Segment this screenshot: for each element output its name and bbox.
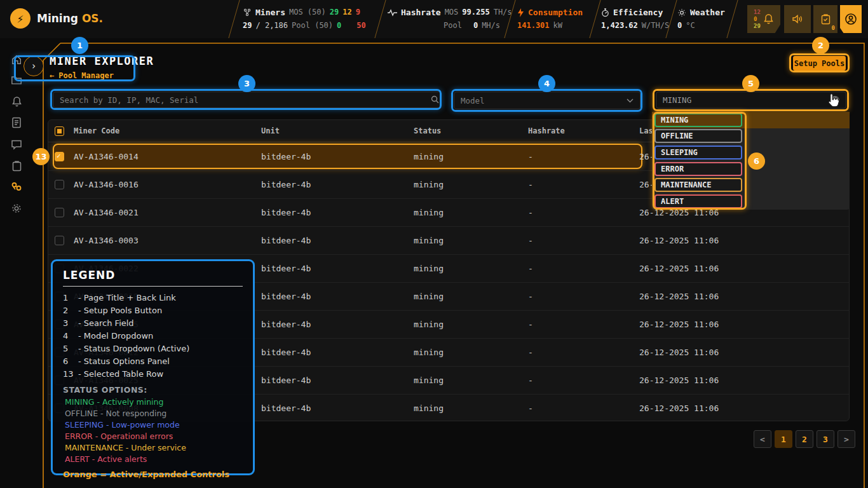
folder-icon: [11, 75, 22, 85]
miner-hashrate: -: [528, 292, 639, 301]
row-checkbox[interactable]: [55, 180, 64, 189]
miner-status: mining: [414, 376, 528, 385]
sidebar-item-files[interactable]: [10, 74, 23, 86]
tasks-button[interactable]: 0: [813, 5, 837, 33]
column-status[interactable]: Status: [414, 126, 528, 135]
miners-mos-orange: 12: [342, 6, 351, 19]
miners-stat: Miners MOS (50) 29 12 9 29 / 2,186 Pool …: [243, 6, 366, 32]
consumption-stat: Consumption 141.301 kW: [517, 6, 583, 32]
consumption-value: 141.301: [517, 19, 550, 32]
mining-os-app: ⚡ Mining OS. Miners MOS (50) 29 12 9 29: [0, 0, 868, 488]
status-chip-alert[interactable]: ALERT: [654, 194, 742, 208]
sidebar-item-notifications[interactable]: [10, 95, 23, 108]
table-row[interactable]: AV-A1346-0003 bitdeer-4b mining - 26-12-…: [48, 226, 849, 254]
status-option-maintenance[interactable]: MAINTENANCE: [652, 177, 850, 193]
notif-count-orange: 0: [754, 16, 761, 23]
sidebar-item-documents[interactable]: [10, 116, 23, 129]
status-chip-offline[interactable]: OFFLINE: [654, 129, 742, 143]
miner-code: AV-A1346-0021: [74, 208, 261, 217]
miners-count: 29: [243, 19, 252, 32]
legend-item: 4- Model Dropdown: [63, 330, 243, 342]
efficiency-stat: Efficiency 1,423.62 W/TH/S: [601, 6, 669, 32]
header-divider: [589, 0, 600, 38]
search-input[interactable]: [53, 92, 441, 108]
weather-value: 0: [677, 19, 682, 32]
setup-pools-button[interactable]: Setup Pools: [793, 56, 846, 71]
announcements-button[interactable]: [784, 5, 811, 33]
brand-logo-icon: ⚡: [10, 8, 31, 29]
page-button-3[interactable]: 3: [817, 430, 834, 448]
brand[interactable]: ⚡ Mining OS.: [10, 8, 103, 29]
weather-label: Weather: [690, 6, 725, 19]
page-button-1[interactable]: 1: [775, 430, 792, 448]
page-button-2[interactable]: 2: [796, 430, 813, 448]
row-checkbox-checked[interactable]: [55, 152, 64, 161]
model-dropdown[interactable]: Model: [454, 92, 641, 109]
sidebar-collapse-toggle[interactable]: ›: [24, 56, 44, 76]
miners-pool-green: 0: [337, 19, 341, 32]
miners-pool-red: 50: [356, 19, 365, 32]
column-miner-code[interactable]: Miner Code: [74, 126, 261, 135]
home-icon: [11, 54, 22, 65]
legend-status-error: ERROR - Operational errors: [63, 431, 243, 442]
miner-hashrate: -: [528, 348, 639, 357]
miners-mos-red: 9: [356, 6, 360, 19]
miner-status: mining: [414, 348, 528, 357]
miner-last-seen: 26-12-2025 11:06: [639, 403, 849, 413]
miner-hashrate: -: [528, 180, 639, 189]
sidebar-item-messages[interactable]: [10, 138, 23, 151]
status-option-alert[interactable]: ALERT: [652, 193, 850, 210]
legend-item: 2- Setup Pools Button: [63, 304, 243, 317]
tasks-badge: 0: [832, 25, 835, 31]
sidebar-item-settings[interactable]: [10, 202, 23, 215]
prev-page-button[interactable]: <: [754, 430, 771, 448]
status-dropdown-value: MINING: [663, 95, 691, 105]
consumption-icon: [517, 8, 524, 17]
row-checkbox[interactable]: [55, 208, 64, 217]
status-chip-error[interactable]: ERROR: [654, 162, 742, 176]
column-hashrate[interactable]: Hashrate: [528, 126, 639, 135]
legend-panel: LEGEND 1- Page Title + Back Link 2- Setu…: [51, 259, 255, 475]
legend-title: LEGEND: [63, 269, 243, 281]
back-link-label: Pool Manager: [58, 71, 114, 80]
legend-footer: Orange = Active/Expanded Controls: [63, 470, 243, 479]
legend-status-sleeping: SLEEPING - Low-power mode: [63, 419, 243, 431]
row-checkbox[interactable]: [55, 236, 64, 245]
next-page-button[interactable]: >: [837, 430, 855, 448]
efficiency-value: 1,423.62: [601, 19, 638, 32]
status-dropdown[interactable]: MINING ✕: [656, 92, 846, 109]
status-option-mining[interactable]: MINING: [652, 112, 850, 128]
notif-count-red: 12: [754, 9, 761, 16]
hashrate-icon: [388, 9, 397, 17]
miner-hashrate: -: [528, 320, 639, 329]
chevron-left-icon: <: [760, 435, 765, 444]
status-option-offline[interactable]: OFFLINE: [652, 128, 850, 145]
status-chip-mining[interactable]: MINING: [654, 113, 742, 127]
chevron-right-icon: >: [844, 435, 849, 444]
miner-unit: bitdeer-4b: [261, 320, 414, 329]
miners-pool-label: Pool (50): [292, 19, 333, 32]
miners-mos-label: MOS (50): [289, 6, 326, 19]
sidebar-item-home[interactable]: [10, 53, 23, 66]
column-unit[interactable]: Unit: [261, 126, 414, 135]
status-chip-sleeping[interactable]: SLEEPING: [654, 146, 742, 159]
header-divider: [726, 0, 738, 38]
annotation-badge-2: 2: [812, 37, 829, 54]
select-all-checkbox[interactable]: [55, 126, 64, 136]
gear-icon: [11, 203, 22, 214]
miner-unit: bitdeer-4b: [261, 208, 414, 217]
back-link-pool-manager[interactable]: ← Pool Manager: [50, 71, 114, 80]
miners-label: Miners: [255, 6, 285, 19]
sidebar: [0, 38, 33, 488]
chat-icon: [11, 139, 22, 150]
legend-divider: [63, 286, 243, 287]
user-profile-button[interactable]: [840, 5, 862, 33]
chevron-down-icon: [627, 98, 634, 103]
miner-last-seen: 26-12-2025 11:06: [639, 348, 849, 357]
miners-mos-green: 29: [330, 6, 339, 19]
sidebar-item-pools-active[interactable]: [10, 180, 23, 193]
sidebar-item-tasks[interactable]: [10, 159, 23, 172]
notifications-button[interactable]: 12 0 29: [747, 5, 780, 33]
document-icon: [11, 117, 22, 128]
status-chip-maintenance[interactable]: MAINTENANCE: [654, 178, 742, 192]
